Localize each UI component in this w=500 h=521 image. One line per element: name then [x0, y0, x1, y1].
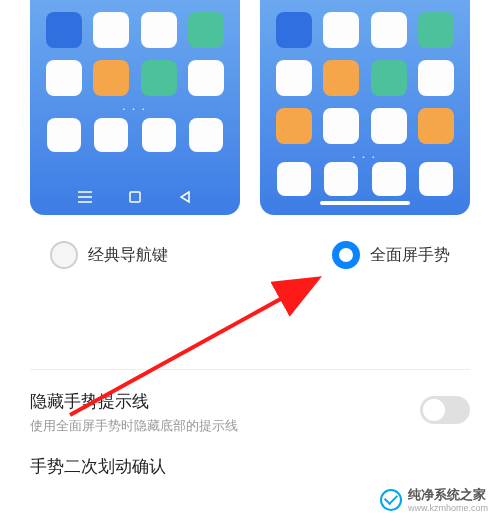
setting-hide-gesture-hint: 隐藏手势提示线 使用全面屏手势时隐藏底部的提示线	[0, 370, 500, 435]
radio-gesture-nav[interactable]: 全面屏手势	[332, 241, 450, 269]
preview-classic-nav[interactable]: • • •	[30, 0, 240, 215]
preview-gesture-nav[interactable]: • • •	[260, 0, 470, 215]
gesture-hint-bar	[320, 201, 410, 205]
dock-icon	[277, 162, 311, 196]
app-icon	[93, 60, 129, 96]
app-icon	[371, 60, 407, 96]
app-icon	[141, 60, 177, 96]
watermark-url: www.kzmhome.com	[408, 504, 488, 513]
radio-classic-nav[interactable]: 经典导航键	[50, 241, 168, 269]
app-icon	[276, 108, 312, 144]
dock-icon	[47, 118, 81, 152]
nav-style-radio-group: 经典导航键 全面屏手势	[0, 215, 500, 269]
setting-double-swipe-confirm[interactable]: 手势二次划动确认	[0, 435, 500, 482]
menu-icon	[78, 190, 92, 204]
app-icon	[371, 12, 407, 48]
app-icon	[46, 12, 82, 48]
app-icon	[371, 108, 407, 144]
setting-title: 手势二次划动确认	[30, 455, 470, 478]
app-icon	[93, 12, 129, 48]
back-icon	[178, 190, 192, 204]
app-icon	[323, 108, 359, 144]
radio-icon	[332, 241, 360, 269]
dock-icon	[372, 162, 406, 196]
app-icon	[323, 60, 359, 96]
page-dots: • • •	[30, 106, 240, 112]
app-icon	[418, 108, 454, 144]
dock-icon	[142, 118, 176, 152]
watermark-icon	[380, 489, 402, 511]
setting-title: 隐藏手势提示线	[30, 390, 420, 413]
setting-desc: 使用全面屏手势时隐藏底部的提示线	[30, 417, 420, 435]
app-icon	[188, 12, 224, 48]
radio-label: 全面屏手势	[370, 245, 450, 266]
radio-label: 经典导航键	[88, 245, 168, 266]
watermark: 纯净系统之家 www.kzmhome.com	[380, 486, 488, 513]
app-icon	[418, 60, 454, 96]
page-dots: • • •	[260, 154, 470, 160]
app-icon	[46, 60, 82, 96]
watermark-name: 纯净系统之家	[408, 486, 488, 504]
app-icon	[141, 12, 177, 48]
app-icon	[276, 60, 312, 96]
radio-icon	[50, 241, 78, 269]
toggle-knob	[423, 399, 445, 421]
nav-style-previews: • • •	[0, 0, 500, 215]
dock-icon	[419, 162, 453, 196]
app-icon	[323, 12, 359, 48]
dock-icon	[94, 118, 128, 152]
app-icon	[276, 12, 312, 48]
classic-nav-bar	[30, 187, 240, 207]
home-icon	[128, 190, 142, 204]
toggle-hide-gesture-hint[interactable]	[420, 396, 470, 424]
app-icon	[418, 12, 454, 48]
dock-icon	[324, 162, 358, 196]
app-icon	[188, 60, 224, 96]
dock-icon	[189, 118, 223, 152]
svg-rect-0	[130, 192, 140, 202]
